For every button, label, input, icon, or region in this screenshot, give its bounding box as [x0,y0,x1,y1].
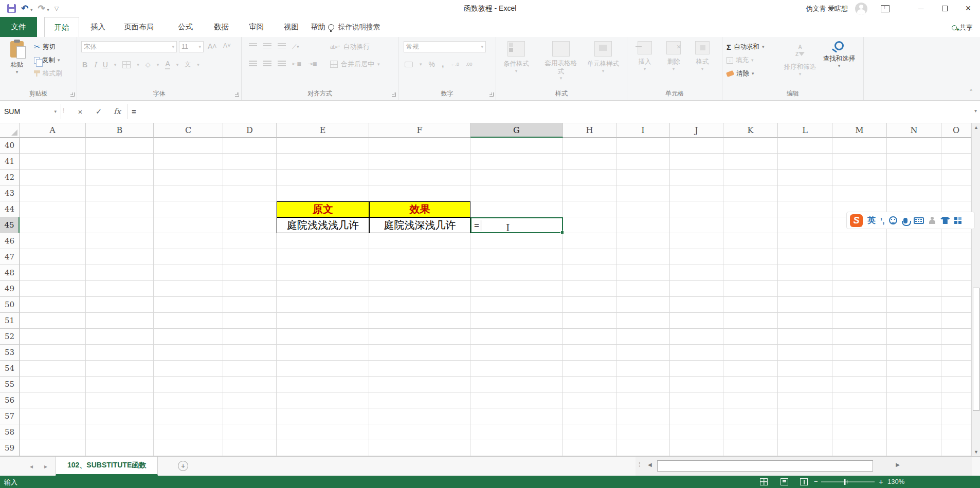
number-dialog-launcher[interactable] [489,92,494,97]
cell-N54[interactable] [887,361,941,377]
cell-N52[interactable] [887,329,941,345]
cell-B48[interactable] [86,265,154,281]
cell-I54[interactable] [616,361,670,377]
cell-I56[interactable] [616,392,670,408]
cell-E45[interactable]: 庭院浅浅浅几许 [277,217,369,233]
cell-A55[interactable] [20,377,86,392]
fill-button[interactable]: ↓ 填充▾ [727,53,765,67]
cell-I43[interactable] [616,185,670,201]
cell-I50[interactable] [616,297,670,313]
cell-C41[interactable] [154,154,223,170]
cell-L53[interactable] [778,345,832,361]
row-header-43[interactable]: 43 [0,185,20,201]
cell-M40[interactable] [832,138,887,154]
cell-E44[interactable]: 原文 [277,201,369,217]
cell-A56[interactable] [20,392,86,408]
cell-H40[interactable] [563,138,616,154]
align-top-icon[interactable] [249,43,257,47]
sheet-prev-icon[interactable]: ◂ [30,463,33,470]
cell-A40[interactable] [20,138,86,154]
cell-O53[interactable] [941,345,971,361]
sheet-next-icon[interactable]: ▸ [44,463,47,470]
column-header-D[interactable]: D [223,123,277,138]
cell-B47[interactable] [86,249,154,265]
cell-K41[interactable] [723,154,778,170]
cell-E48[interactable] [277,265,369,281]
cell-F42[interactable] [369,170,470,185]
cell-H51[interactable] [563,313,616,329]
cell-D48[interactable] [223,265,277,281]
cell-I53[interactable] [616,345,670,361]
cell-K53[interactable] [723,345,778,361]
minimize-button[interactable]: ─ [909,0,933,17]
italic-button[interactable]: I [94,61,97,69]
horizontal-scroll-thumb[interactable] [657,460,873,472]
row-header-54[interactable]: 54 [0,361,20,377]
cell-A49[interactable] [20,281,86,297]
cell-A43[interactable] [20,185,86,201]
delete-cells-button[interactable]: × 删除▾ [660,39,687,88]
cell-L46[interactable] [778,233,832,249]
decrease-indent-icon[interactable]: ⇤≣ [292,61,301,67]
column-header-M[interactable]: M [832,123,887,138]
cell-G41[interactable] [470,154,563,170]
cell-C47[interactable] [154,249,223,265]
cell-G53[interactable] [470,345,563,361]
row-header-55[interactable]: 55 [0,377,20,392]
cell-D59[interactable] [223,440,277,456]
vertical-scrollbar[interactable]: ▲ ▼ [971,123,980,456]
cell-N42[interactable] [887,170,941,185]
cell-G54[interactable] [470,361,563,377]
cell-F57[interactable] [369,408,470,424]
cell-G46[interactable] [470,233,563,249]
cell-M58[interactable] [832,424,887,440]
cell-K52[interactable] [723,329,778,345]
cell-I51[interactable] [616,313,670,329]
row-header-56[interactable]: 56 [0,392,20,408]
cell-G44[interactable] [470,201,563,217]
cell-D52[interactable] [223,329,277,345]
cell-O52[interactable] [941,329,971,345]
fill-handle[interactable] [560,231,564,234]
cell-C57[interactable] [154,408,223,424]
cell-H44[interactable] [563,201,616,217]
cell-E47[interactable] [277,249,369,265]
cell-M49[interactable] [832,281,887,297]
increase-decimal-button[interactable]: ←.0 [450,62,459,67]
clipboard-dialog-launcher[interactable] [70,92,75,97]
cell-B40[interactable] [86,138,154,154]
zoom-slider[interactable]: − + [814,478,886,486]
cell-K46[interactable] [723,233,778,249]
cell-E57[interactable] [277,408,369,424]
cell-K44[interactable] [723,201,778,217]
splitter-grip[interactable]: ⁞ [639,461,641,468]
page-break-view-button[interactable] [800,478,808,485]
cell-C54[interactable] [154,361,223,377]
scroll-down-icon[interactable]: ▼ [972,448,980,456]
cell-J46[interactable] [670,233,723,249]
cell-I47[interactable] [616,249,670,265]
cell-N53[interactable] [887,345,941,361]
wrap-text-button[interactable]: ab↵ 自动换行 [330,42,370,51]
cell-I46[interactable] [616,233,670,249]
cell-E42[interactable] [277,170,369,185]
alignment-dialog-launcher[interactable] [392,92,396,97]
cell-C43[interactable] [154,185,223,201]
cell-B55[interactable] [86,377,154,392]
cell-L59[interactable] [778,440,832,456]
tab-page-layout[interactable]: 页面布局 [121,17,157,37]
cell-E53[interactable] [277,345,369,361]
cell-N47[interactable] [887,249,941,265]
cell-B58[interactable] [86,424,154,440]
row-header-52[interactable]: 52 [0,329,20,345]
column-header-B[interactable]: B [86,123,154,138]
cell-B41[interactable] [86,154,154,170]
cell-H42[interactable] [563,170,616,185]
cell-G55[interactable] [470,377,563,392]
new-sheet-button[interactable]: + [178,461,188,471]
cell-B46[interactable] [86,233,154,249]
row-header-44[interactable]: 44 [0,201,20,217]
cell-A50[interactable] [20,297,86,313]
cell-D51[interactable] [223,313,277,329]
column-header-J[interactable]: J [670,123,723,138]
